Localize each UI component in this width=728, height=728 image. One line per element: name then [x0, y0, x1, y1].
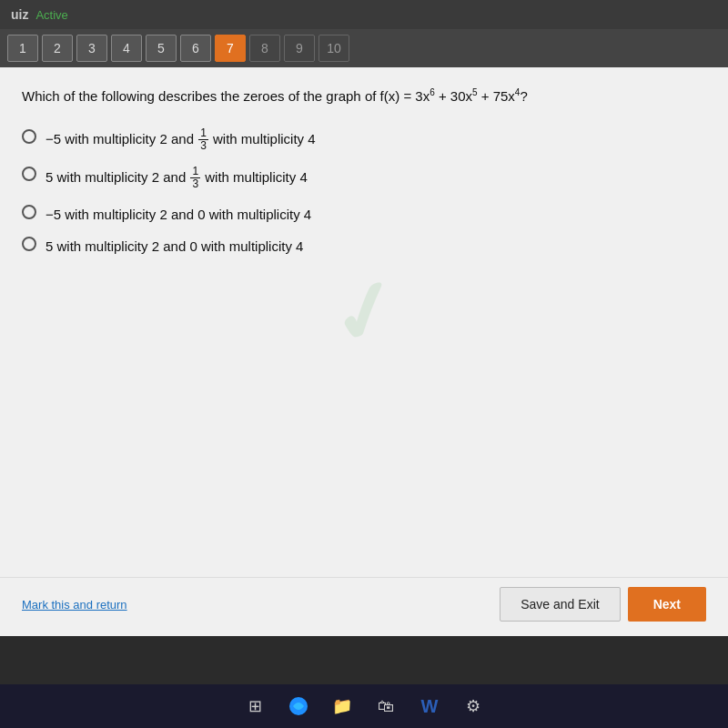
- save-exit-button[interactable]: Save and Exit: [500, 587, 620, 622]
- radio-a[interactable]: [22, 129, 36, 144]
- watermark-area: ✓: [22, 254, 706, 372]
- taskbar-settings-icon[interactable]: ⚙: [459, 692, 488, 721]
- tab-5[interactable]: 5: [146, 35, 177, 62]
- taskbar-folder-icon[interactable]: 📁: [328, 692, 357, 721]
- top-bar-title: uiz: [11, 7, 28, 22]
- question-tabs-bar: 1 2 3 4 5 6 7 8 9 10: [0, 29, 728, 67]
- option-d-text: 5 with multiplicity 2 and 0 with multipl…: [46, 238, 303, 254]
- tab-1[interactable]: 1: [7, 35, 38, 62]
- tab-4[interactable]: 4: [111, 35, 142, 62]
- taskbar-word-icon[interactable]: W: [415, 692, 444, 721]
- fraction-a-numerator: 1: [198, 127, 208, 140]
- fraction-b-numerator: 1: [190, 166, 200, 178]
- options-list: −5 with multiplicity 2 and 1 3 with mult…: [22, 127, 706, 254]
- tab-9[interactable]: 9: [284, 35, 315, 62]
- footer-buttons: Save and Exit Next: [500, 587, 706, 622]
- tab-6[interactable]: 6: [180, 35, 211, 62]
- option-b-text: 5 with multiplicity 2 and 1 3 with multi…: [46, 166, 308, 190]
- taskbar: ⊞ 📁 🛍 W ⚙: [0, 684, 728, 728]
- fraction-a-denominator: 3: [198, 140, 208, 152]
- option-a-text: −5 with multiplicity 2 and 1 3 with mult…: [46, 127, 316, 152]
- tab-8[interactable]: 8: [249, 35, 280, 62]
- taskbar-store-icon[interactable]: 🛍: [371, 692, 400, 721]
- tab-7[interactable]: 7: [215, 35, 246, 62]
- option-a[interactable]: −5 with multiplicity 2 and 1 3 with mult…: [22, 127, 706, 153]
- watermark: ✓: [318, 258, 410, 369]
- question-text: Which of the following describes the zer…: [22, 86, 706, 107]
- taskbar-start-icon[interactable]: ⊞: [240, 692, 269, 721]
- option-c[interactable]: −5 with multiplicity 2 and 0 with multip…: [22, 203, 706, 222]
- mark-return-link[interactable]: Mark this and return: [22, 598, 127, 612]
- fraction-b-denominator: 3: [190, 178, 200, 190]
- option-b[interactable]: 5 with multiplicity 2 and 1 3 with multi…: [22, 165, 706, 190]
- radio-b[interactable]: [22, 167, 36, 181]
- fraction-b: 1 3: [190, 166, 200, 190]
- tab-2[interactable]: 2: [42, 35, 73, 62]
- fraction-a: 1 3: [198, 127, 208, 152]
- radio-c[interactable]: [22, 205, 36, 219]
- top-bar: uiz Active: [0, 0, 728, 29]
- top-bar-status: Active: [35, 8, 67, 22]
- next-button[interactable]: Next: [628, 587, 706, 622]
- radio-d[interactable]: [22, 237, 36, 251]
- quiz-area: Which of the following describes the zer…: [0, 67, 728, 577]
- tab-3[interactable]: 3: [76, 35, 107, 62]
- option-c-text: −5 with multiplicity 2 and 0 with multip…: [46, 207, 311, 222]
- taskbar-edge-icon[interactable]: [284, 692, 313, 721]
- option-d[interactable]: 5 with multiplicity 2 and 0 with multipl…: [22, 235, 706, 254]
- tab-10[interactable]: 10: [318, 35, 349, 62]
- footer-area: Mark this and return Save and Exit Next: [0, 577, 728, 636]
